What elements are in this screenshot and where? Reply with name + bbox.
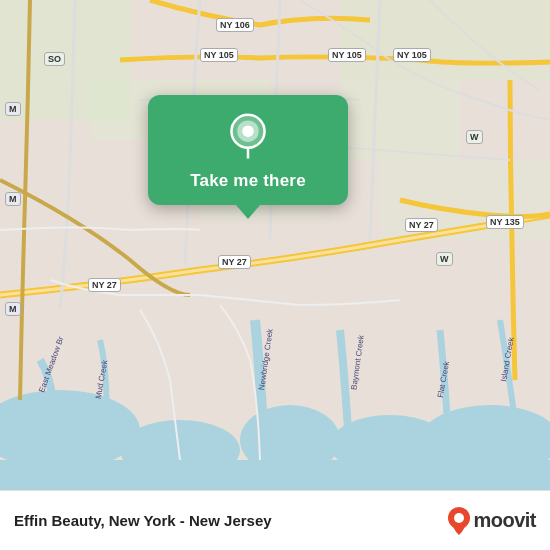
route-badge-m3: M [5,302,21,316]
route-badge-ny105-2: NY 105 [328,48,366,62]
moovit-brand-text: moovit [473,509,536,532]
popup-card[interactable]: Take me there [148,95,348,205]
map-container: NY 106 NY 105 NY 105 NY 105 NY 27 NY 27 … [0,0,550,490]
route-badge-ny27-1: NY 27 [218,255,251,269]
route-badge-ny105-3: NY 105 [393,48,431,62]
route-badge-w2: W [436,252,453,266]
svg-point-18 [454,513,464,523]
route-badge-so: SO [44,52,65,66]
route-badge-ny135: NY 135 [486,215,524,229]
bottom-bar: Effin Beauty, New York - New Jersey moov… [0,490,550,550]
popup-label: Take me there [190,171,306,191]
moovit-logo: moovit [448,507,536,535]
route-badge-ny105-1: NY 105 [200,48,238,62]
route-badge-w1: W [466,130,483,144]
route-badge-ny27-3: NY 27 [405,218,438,232]
moovit-pin-icon [448,507,470,535]
location-pin-icon [224,113,272,161]
svg-rect-12 [0,460,550,490]
place-name: Effin Beauty, New York - New Jersey [14,512,448,529]
svg-point-15 [242,125,254,137]
svg-rect-2 [340,0,550,80]
route-badge-m1: M [5,102,21,116]
route-badge-ny27-2: NY 27 [88,278,121,292]
route-badge-ny106: NY 106 [216,18,254,32]
route-badge-m2: M [5,192,21,206]
map-svg [0,0,550,490]
